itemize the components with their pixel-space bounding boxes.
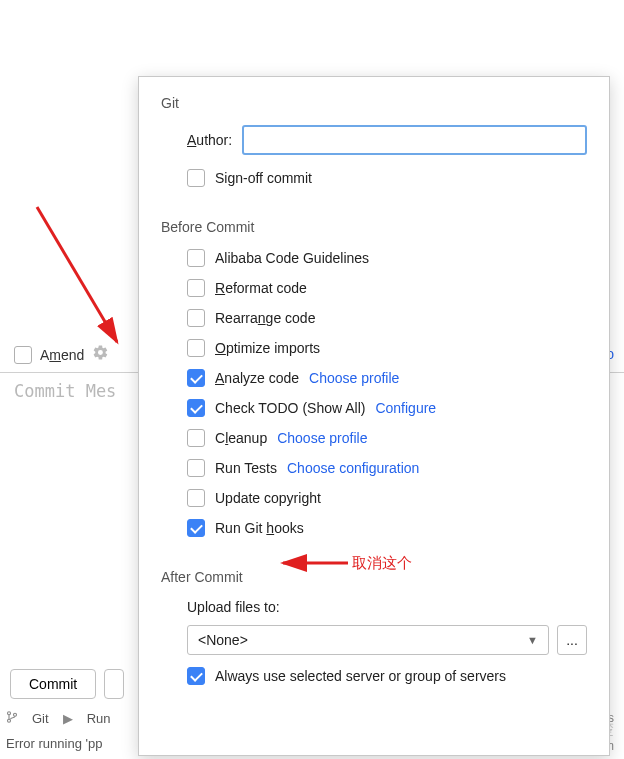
- svg-point-0: [8, 712, 11, 715]
- option-link-4[interactable]: Choose profile: [309, 370, 399, 386]
- signoff-checkbox[interactable]: [187, 169, 205, 187]
- option-checkbox-9[interactable]: [187, 519, 205, 537]
- option-label-7: Run Tests: [215, 460, 277, 476]
- option-label-1: Reformat code: [215, 280, 307, 296]
- option-checkbox-7[interactable]: [187, 459, 205, 477]
- svg-point-1: [8, 719, 11, 722]
- always-use-label: Always use selected server or group of s…: [215, 668, 506, 684]
- commit-message-placeholder: Commit Mes: [14, 381, 116, 401]
- option-checkbox-8[interactable]: [187, 489, 205, 507]
- error-message: Error running 'pp: [6, 736, 102, 751]
- gear-icon[interactable]: [92, 344, 109, 365]
- commit-button[interactable]: Commit: [10, 669, 96, 699]
- after-commit-title: After Commit: [161, 569, 587, 585]
- signoff-label: Sign-off commit: [215, 170, 312, 186]
- option-label-4: Analyze code: [215, 370, 299, 386]
- option-checkbox-0[interactable]: [187, 249, 205, 267]
- option-label-0: Alibaba Code Guidelines: [215, 250, 369, 266]
- option-checkbox-1[interactable]: [187, 279, 205, 297]
- author-input[interactable]: [242, 125, 587, 155]
- bottom-run-label[interactable]: Run: [87, 711, 111, 726]
- before-commit-title: Before Commit: [161, 219, 587, 235]
- option-checkbox-3[interactable]: [187, 339, 205, 357]
- git-branch-icon: [6, 710, 18, 727]
- option-label-8: Update copyright: [215, 490, 321, 506]
- option-label-5: Check TODO (Show All): [215, 400, 365, 416]
- option-label-9: Run Git hooks: [215, 520, 304, 536]
- option-link-6[interactable]: Choose profile: [277, 430, 367, 446]
- upload-select-value: <None>: [198, 632, 248, 648]
- option-link-7[interactable]: Choose configuration: [287, 460, 419, 476]
- option-label-6: Cleanup: [215, 430, 267, 446]
- upload-files-label: Upload files to:: [187, 599, 587, 615]
- option-checkbox-2[interactable]: [187, 309, 205, 327]
- option-checkbox-6[interactable]: [187, 429, 205, 447]
- always-use-checkbox[interactable]: [187, 667, 205, 685]
- bottom-git-label[interactable]: Git: [32, 711, 49, 726]
- option-link-5[interactable]: Configure: [375, 400, 436, 416]
- chevron-down-icon: ▼: [527, 634, 538, 646]
- author-label: Author:: [187, 132, 232, 148]
- option-label-3: Optimize imports: [215, 340, 320, 356]
- git-section-title: Git: [161, 95, 587, 111]
- option-checkbox-5[interactable]: [187, 399, 205, 417]
- commit-dropdown-button[interactable]: [104, 669, 124, 699]
- amend-checkbox[interactable]: [14, 346, 32, 364]
- upload-browse-button[interactable]: ...: [557, 625, 587, 655]
- svg-point-2: [14, 713, 17, 716]
- option-label-2: Rearrange code: [215, 310, 315, 326]
- commit-settings-popup: Git Author: Sign-off commit Before Commi…: [138, 76, 610, 756]
- upload-select[interactable]: <None> ▼: [187, 625, 549, 655]
- amend-label: Amend: [40, 347, 84, 363]
- option-checkbox-4[interactable]: [187, 369, 205, 387]
- play-icon: ▶: [63, 711, 73, 726]
